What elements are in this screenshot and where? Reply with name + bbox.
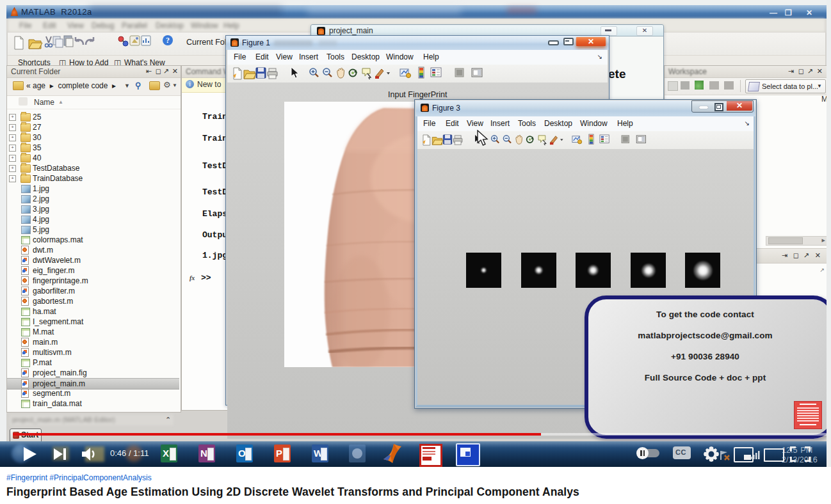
svg-text:?: ? bbox=[166, 36, 170, 45]
svg-text:Current Fold: Current Fold bbox=[186, 38, 231, 47]
